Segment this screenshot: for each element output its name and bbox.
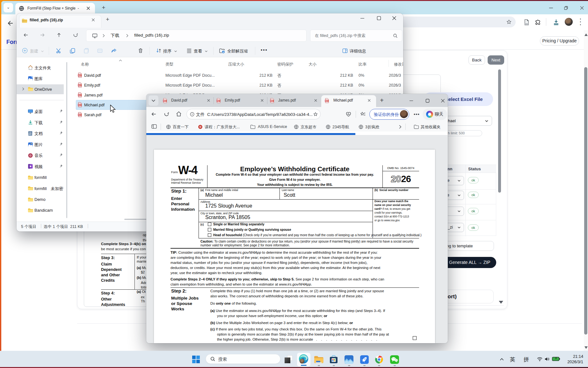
svg-text:PDF: PDF (78, 85, 81, 86)
svg-text:PDF: PDF (270, 100, 273, 102)
svg-text:PDF: PDF (78, 104, 81, 106)
svg-text:PDF: PDF (325, 100, 328, 102)
svg-text:PDF: PDF (78, 114, 81, 116)
svg-text:PDF: PDF (163, 100, 166, 102)
svg-text:PDF: PDF (78, 95, 81, 96)
svg-text:PDF: PDF (78, 75, 81, 76)
svg-text:PDF: PDF (217, 100, 220, 102)
